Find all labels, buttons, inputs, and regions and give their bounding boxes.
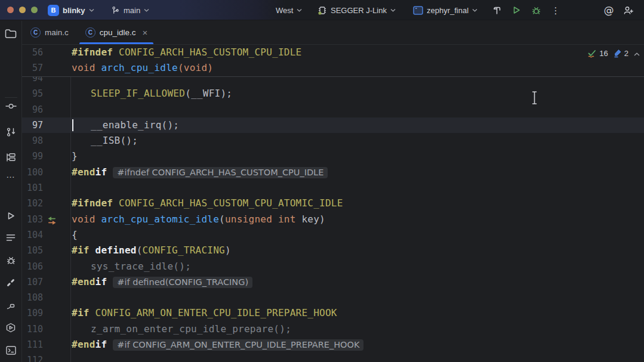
code-editor[interactable]: 9495SLEEP_IF_ALLOWED(__WFI);9697__enable… [22,45,644,362]
services-icon[interactable] [4,321,17,334]
todo-list-icon[interactable] [4,231,17,244]
code-line-97[interactable]: 97__enable_irq(); [22,117,644,133]
line-number[interactable]: 99 [22,148,43,164]
tab-main-c[interactable]: C main.c [22,21,77,44]
run-tool-window-icon[interactable] [4,209,17,222]
code-text: sys_trace_idle(); [72,259,191,274]
line-number[interactable]: 106 [22,259,43,274]
code-line-96[interactable]: 96 [22,102,644,117]
code-text: void arch_cpu_idle(void) [72,60,213,76]
code-text: { [72,227,78,243]
problems-icon[interactable] [4,299,17,312]
line-number[interactable]: 101 [22,180,43,196]
collapse-widget-icon[interactable] [634,49,640,58]
line-number[interactable]: 109 [22,305,43,321]
line-number[interactable]: 110 [22,321,43,337]
code-line-57[interactable]: 57void arch_cpu_idle(void) [22,60,644,76]
run-configuration-selector[interactable]: zephyr_final [411,3,480,17]
pull-requests-icon[interactable] [4,125,17,138]
editor-tab-bar: C main.c C cpu_idle.c × [22,21,644,45]
run-config-name: zephyr_final [427,6,469,15]
line-number[interactable]: 104 [22,227,43,243]
more-tool-windows-icon[interactable]: … [4,168,17,181]
line-number[interactable]: 107 [22,274,43,290]
build-hammer-icon[interactable] [491,4,503,16]
code-line-107[interactable]: 107#endif#if defined(CONFIG_TRACING) [22,274,644,290]
inspection-marker-count: 2 [624,49,628,58]
code-line-98[interactable]: 98__ISB(); [22,133,644,148]
inspection-check-count: 16 [599,49,608,58]
code-line-95[interactable]: 95SLEEP_IF_ALLOWED(__WFI); [22,86,644,101]
close-window-button[interactable] [7,7,14,13]
debug-tool-window-icon[interactable] [4,253,17,267]
code-lines: 9495SLEEP_IF_ALLOWED(__WFI);9697__enable… [22,70,644,362]
chevron-down-icon [390,8,396,12]
code-line-56[interactable]: 56#ifndef CONFIG_ARCH_HAS_CUSTOM_CPU_IDL… [22,45,644,60]
project-folder-icon[interactable] [4,27,17,40]
commit-icon[interactable] [4,100,17,113]
code-text: } [72,148,78,164]
line-number[interactable]: 103 [22,212,43,227]
structure-icon[interactable] [4,151,17,164]
code-line-110[interactable]: 110z_arm_on_enter_cpu_idle_prepare(); [22,321,644,337]
code-line-101[interactable]: 101 [22,180,644,196]
runner-selector[interactable]: West [273,3,304,17]
code-text: #endif#if CONFIG_ARM_ON_ENTER_CPU_IDLE_P… [72,337,363,352]
title-bar: B blinky main West [0,0,644,20]
line-number[interactable]: 96 [22,102,43,117]
zoom-window-button[interactable] [31,7,38,13]
more-actions-icon[interactable]: ⋮ [550,4,562,16]
code-text: #ifndef CONFIG_ARCH_HAS_CUSTOM_CPU_ATOMI… [72,196,343,211]
line-number[interactable]: 95 [22,86,43,101]
inlay-hint: #ifndef CONFIG_ARCH_HAS_CUSTOM_CPU_IDLE [113,167,328,178]
vcs-branch-widget[interactable]: main [109,3,152,17]
code-line-112[interactable]: 112 [22,352,644,362]
code-text: #endif#if defined(CONFIG_TRACING) [72,274,252,290]
line-number[interactable]: 111 [22,337,43,352]
minimize-window-button[interactable] [19,7,26,13]
chevron-down-icon [89,8,94,12]
code-line-103[interactable]: 103void arch_cpu_atomic_idle(unsigned in… [22,212,644,227]
tab-cpu-idle-c[interactable]: C cpu_idle.c × [77,21,156,44]
project-name: blinky [63,6,85,15]
line-number[interactable]: 100 [22,165,43,180]
project-widget[interactable]: B blinky [45,3,97,17]
code-line-99[interactable]: 99} [22,148,644,164]
debug-bug-icon[interactable] [530,4,542,16]
inspection-marker-item[interactable]: 2 [614,49,628,58]
ai-assistant-spiral-icon[interactable]: @ [603,4,615,16]
line-number[interactable]: 98 [22,133,43,148]
project-icon: B [48,5,59,16]
code-line-100[interactable]: 100#endif#ifndef CONFIG_ARCH_HAS_CUSTOM_… [22,165,644,180]
code-text: #endif#ifndef CONFIG_ARCH_HAS_CUSTOM_CPU… [72,165,328,180]
inspections-widget[interactable]: 16 2 [587,49,640,58]
code-line-104[interactable]: 104{ [22,227,644,243]
line-number[interactable]: 97 [22,117,43,133]
gutter-navigation-arrows-icon[interactable] [47,215,57,224]
debug-probe-selector[interactable]: SEGGER J-Link [315,3,398,17]
close-tab-icon[interactable]: × [143,28,148,37]
code-line-111[interactable]: 111#endif#if CONFIG_ARM_ON_ENTER_CPU_IDL… [22,337,644,352]
line-number[interactable]: 108 [22,290,43,305]
code-line-105[interactable]: 105#if defined(CONFIG_TRACING) [22,243,644,258]
chevron-down-icon [472,8,477,12]
code-line-108[interactable]: 108 [22,290,644,305]
c-file-icon: C [85,27,95,38]
sticky-header-lines[interactable]: 56#ifndef CONFIG_ARCH_HAS_CUSTOM_CPU_IDL… [22,45,644,77]
code-line-102[interactable]: 102#ifndef CONFIG_ARCH_HAS_CUSTOM_CPU_AT… [22,196,644,211]
line-number[interactable]: 112 [22,352,43,362]
attach-link-icon[interactable] [4,276,17,289]
code-line-109[interactable]: 109#if CONFIG_ARM_ON_ENTER_CPU_IDLE_PREP… [22,305,644,321]
code-line-106[interactable]: 106sys_trace_idle(); [22,259,644,274]
inlay-hint: #if defined(CONFIG_TRACING) [113,277,252,288]
inspection-marker-icon [614,49,622,58]
run-play-icon[interactable] [510,4,522,16]
line-number[interactable]: 57 [22,60,43,76]
active-tab-underline [79,42,154,44]
line-number[interactable]: 56 [22,45,43,60]
terminal-icon[interactable] [4,344,17,357]
inspection-check-item[interactable]: 16 [587,49,608,58]
code-with-me-user-plus-icon[interactable] [623,4,634,16]
line-number[interactable]: 102 [22,196,43,211]
line-number[interactable]: 105 [22,243,43,258]
